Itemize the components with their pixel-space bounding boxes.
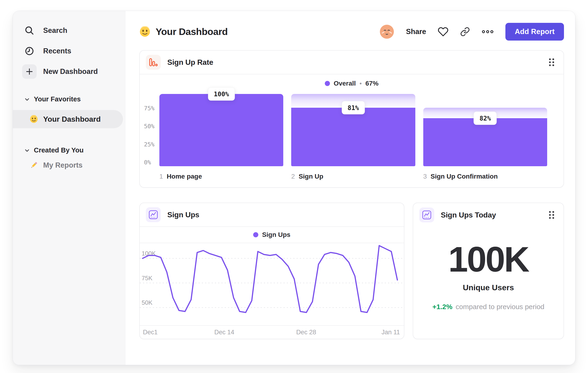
today-card-body: 100K Unique Users +1.2% compared to prev…	[413, 219, 564, 331]
metric-value: 100K	[448, 239, 528, 280]
page-header: Your Dashboard Share	[139, 21, 564, 42]
link-icon[interactable]	[460, 27, 470, 37]
chevron-down-icon	[24, 97, 30, 102]
line-y-tick: 50K	[142, 299, 152, 306]
legend-dot	[325, 81, 330, 86]
funnel-card: Sign Up Rate Overall • 67% 75%50%25%0%10…	[139, 50, 564, 188]
conversion-badge: 82%	[474, 112, 497, 125]
funnel-bar-sign-up[interactable]: 81%	[291, 94, 415, 166]
sidebar-section-created-by-you[interactable]: Created By You	[13, 146, 125, 154]
funnel-bar-fill	[423, 118, 547, 166]
sidebar-section-label: Your Favorites	[34, 95, 81, 103]
line-y-tick: 75K	[142, 275, 152, 281]
bottom-row: Sign Ups Sign Ups 100K75K50K Dec1Dec 14D…	[139, 202, 564, 339]
funnel-plot: 75%50%25%0%100%81%82%	[159, 94, 547, 166]
app-window: Search Recents New Dashboard Your Favori	[13, 11, 575, 365]
signups-line-card: Sign Ups Sign Ups 100K75K50K Dec1Dec 14D…	[139, 202, 404, 339]
smiley-emoji	[139, 26, 150, 37]
funnel-y-tick: 75%	[144, 105, 155, 112]
legend-label: Sign Ups	[262, 231, 290, 239]
sidebar: Search Recents New Dashboard Your Favori	[13, 11, 125, 365]
sidebar-item-my-reports[interactable]: My Reports	[13, 161, 125, 170]
sidebar-item-label: Search	[43, 26, 67, 35]
more-icon[interactable]	[482, 29, 494, 34]
line-chart-svg: 100K75K50K	[140, 243, 404, 325]
line-x-axis: Dec1Dec 14Dec 28Jan 11	[140, 325, 404, 339]
search-icon	[22, 23, 37, 38]
drag-handle-icon[interactable]	[548, 210, 555, 220]
card-title: Sign Ups	[167, 211, 199, 219]
sidebar-item-label: My Reports	[43, 161, 83, 170]
line-x-tick: Dec 28	[296, 329, 316, 336]
line-x-tick: Dec1	[143, 329, 158, 336]
delta-caption: compared to previous period	[456, 303, 544, 311]
chevron-down-icon	[24, 148, 30, 153]
funnel-bar-fill	[159, 94, 283, 166]
line-plot: 100K75K50K	[140, 243, 404, 325]
legend-dot	[253, 232, 258, 237]
sidebar-item-search[interactable]: Search	[13, 20, 125, 41]
line-x-tick: Dec 14	[214, 329, 234, 336]
funnel-step-labels: 1Home page2Sign Up3Sign Up Confirmation	[159, 173, 547, 180]
funnel-legend: Overall • 67%	[140, 74, 564, 92]
line-x-tick: Jan 11	[381, 329, 400, 336]
signups-today-card: Sign Ups Today 100K Unique Users +1.2%	[413, 202, 564, 339]
conversion-badge: 81%	[342, 101, 365, 114]
add-report-button[interactable]: Add Report	[505, 23, 564, 40]
funnel-step-label: 1Home page	[159, 173, 283, 180]
sidebar-item-label: Your Dashboard	[43, 115, 101, 123]
funnel-bar-home-page[interactable]: 100%	[159, 94, 283, 166]
funnel-y-tick: 0%	[144, 159, 151, 166]
line-chart-icon	[146, 207, 161, 222]
clock-icon	[22, 44, 37, 58]
heart-icon[interactable]	[438, 26, 449, 37]
funnel-step-label: 2Sign Up	[291, 173, 415, 180]
avatar[interactable]	[379, 24, 394, 39]
page-title: Your Dashboard	[156, 26, 228, 37]
card-title: Sign Ups Today	[441, 211, 496, 219]
delta-badge: +1.2%	[432, 303, 452, 311]
conversion-badge: 100%	[208, 87, 235, 101]
sidebar-item-your-dashboard[interactable]: Your Dashboard	[13, 110, 123, 128]
signups-series-line	[143, 246, 397, 313]
pencil-emoji	[30, 161, 38, 170]
funnel-y-tick: 25%	[144, 141, 155, 148]
share-button[interactable]: Share	[406, 28, 426, 36]
line-card-header: Sign Ups	[140, 203, 404, 227]
funnel-y-tick: 50%	[144, 123, 155, 130]
sidebar-section-your-favorites[interactable]: Your Favorites	[13, 95, 125, 103]
card-title: Sign Up Rate	[167, 58, 213, 67]
plus-icon	[22, 64, 37, 79]
sidebar-section-label: Created By You	[34, 146, 84, 154]
drag-handle-icon[interactable]	[548, 58, 555, 67]
sidebar-item-new-dashboard[interactable]: New Dashboard	[13, 61, 125, 82]
legend-value: 67%	[365, 80, 378, 87]
sidebar-item-label: New Dashboard	[43, 67, 98, 76]
sidebar-item-label: Recents	[43, 47, 71, 55]
funnel-chart-icon	[146, 55, 161, 70]
sidebar-item-recents[interactable]: Recents	[13, 41, 125, 61]
legend-label: Overall	[334, 80, 356, 87]
funnel-step-label: 3Sign Up Confirmation	[423, 173, 547, 180]
line-legend: Sign Ups	[140, 227, 404, 243]
funnel-bar-sign-up-confirmation[interactable]: 82%	[423, 94, 547, 166]
funnel-card-header: Sign Up Rate	[140, 50, 564, 74]
header-actions: Share Add Report	[379, 23, 564, 40]
smiley-emoji	[30, 115, 38, 123]
metric-label: Unique Users	[463, 283, 514, 292]
main-content: Your Dashboard Share	[125, 11, 575, 365]
legend-separator: •	[360, 80, 362, 87]
funnel-bar-fill	[291, 108, 415, 166]
